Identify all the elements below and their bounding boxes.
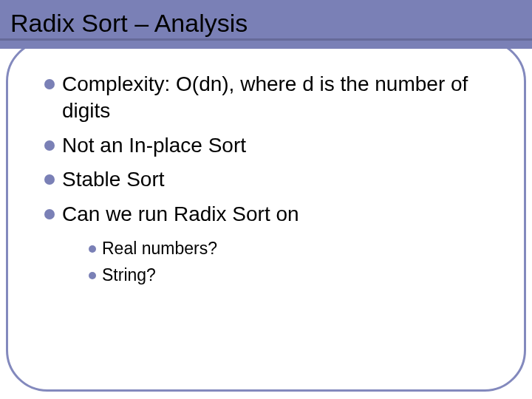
bullet-item: Can we run Radix Sort on [44, 201, 488, 228]
bullet-icon [89, 272, 96, 279]
bullet-item: Complexity: O(dn), where d is the number… [44, 71, 488, 125]
sub-bullet-item: Real numbers? [89, 238, 488, 260]
bullet-item: Not an In-place Sort [44, 132, 488, 159]
bullet-text: Stable Sort [62, 166, 165, 193]
sub-bullet-item: String? [89, 265, 488, 287]
bullet-icon [44, 140, 55, 151]
bullet-item: Stable Sort [44, 166, 488, 193]
bullet-icon [44, 209, 55, 219]
title-underline [0, 38, 532, 41]
slide-title: Radix Sort – Analysis [10, 9, 248, 38]
bullet-text: Complexity: O(dn), where d is the number… [62, 71, 488, 125]
sub-bullet-group: Real numbers? String? [44, 238, 488, 287]
bullet-icon [44, 79, 55, 89]
bullet-text: Not an In-place Sort [62, 132, 246, 159]
bullet-icon [89, 245, 96, 253]
sub-bullet-text: String? [102, 265, 156, 287]
content-area: Complexity: O(dn), where d is the number… [44, 71, 488, 291]
bullet-icon [44, 174, 55, 185]
sub-bullet-text: Real numbers? [102, 238, 217, 260]
slide: Radix Sort – Analysis Complexity: O(dn),… [0, 0, 532, 399]
bullet-text: Can we run Radix Sort on [62, 201, 299, 228]
